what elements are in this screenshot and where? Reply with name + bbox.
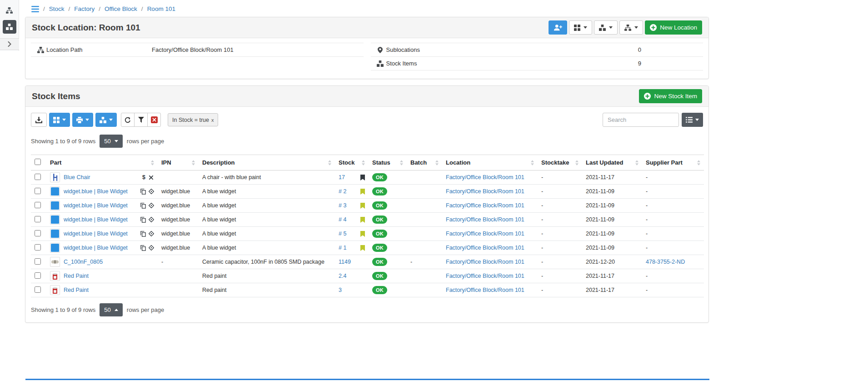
breadcrumb-link-stock[interactable]: Stock	[49, 5, 65, 12]
stock-quantity-link[interactable]: 2.4	[339, 273, 346, 279]
location-link[interactable]: Factory/Office Block/Room 101	[446, 287, 524, 293]
stock-quantity-link[interactable]: # 3	[339, 202, 346, 209]
map-marker-icon	[374, 47, 386, 53]
part-cell-inner: widget.blue | Blue Widget	[50, 229, 154, 239]
filter-button[interactable]	[134, 113, 148, 127]
column-header-ipn[interactable]: IPN	[158, 155, 199, 170]
part-link[interactable]: widget.blue | Blue Widget	[64, 188, 128, 195]
row-select-cell	[31, 255, 46, 269]
stock-quantity-link[interactable]: # 5	[339, 231, 346, 237]
column-header-part[interactable]: Part	[46, 155, 158, 170]
refresh-button[interactable]	[121, 113, 135, 127]
new-stock-item-button[interactable]: New Stock Item	[639, 89, 702, 103]
menu-icon[interactable]	[31, 6, 39, 12]
part-link[interactable]: Red Paint	[64, 287, 89, 293]
column-header-description[interactable]: Description	[199, 155, 335, 170]
row-checkbox[interactable]	[35, 286, 41, 293]
row-checkbox[interactable]	[35, 272, 41, 279]
column-header-last-updated[interactable]: Last Updated	[582, 155, 642, 170]
stock-quantity-link[interactable]: 17	[339, 174, 345, 180]
supplier-part-cell: -	[642, 199, 704, 213]
sidebar-item-part-categories[interactable]	[3, 4, 16, 17]
location-link[interactable]: Factory/Office Block/Room 101	[446, 188, 524, 195]
part-link[interactable]: widget.blue | Blue Widget	[64, 202, 128, 209]
page-size-dropdown[interactable]: 50	[100, 303, 122, 316]
sort-icon[interactable]	[435, 160, 439, 165]
location-link[interactable]: Factory/Office Block/Room 101	[446, 245, 524, 251]
location-link[interactable]: Factory/Office Block/Room 101	[446, 202, 524, 209]
sort-icon[interactable]	[151, 160, 154, 165]
column-header-supplier-part[interactable]: Supplier Part	[642, 155, 704, 170]
location-path-row: Location Path Factory/Office Block/Room …	[31, 43, 364, 57]
row-checkbox[interactable]	[35, 244, 41, 251]
sort-icon[interactable]	[362, 160, 365, 165]
select-all-checkbox[interactable]	[35, 159, 41, 165]
location-link[interactable]: Factory/Office Block/Room 101	[446, 174, 524, 180]
part-icons	[140, 231, 154, 237]
row-checkbox[interactable]	[35, 174, 41, 180]
stock-actions-dropdown[interactable]	[594, 20, 618, 35]
print-actions-button[interactable]	[72, 113, 93, 127]
remove-filters-button[interactable]	[147, 113, 161, 127]
sidebar-expand-button[interactable]	[0, 38, 19, 50]
row-checkbox[interactable]	[35, 216, 41, 222]
column-label: Supplier Part	[646, 159, 683, 166]
columns-dropdown-button[interactable]	[682, 113, 703, 127]
stock-quantity-link[interactable]: # 1	[339, 245, 346, 251]
part-link[interactable]: widget.blue | Blue Widget	[64, 216, 128, 223]
supplier-part-link[interactable]: 478-3755-2-ND	[646, 259, 685, 265]
row-checkbox[interactable]	[35, 202, 41, 208]
column-header-batch[interactable]: Batch	[407, 155, 442, 170]
select-all-cell	[31, 155, 46, 170]
location-actions-dropdown[interactable]	[619, 20, 643, 35]
stock-quantity-link[interactable]: 3	[339, 287, 342, 293]
chevron-right-icon	[8, 41, 11, 47]
new-location-button[interactable]: New Location	[645, 20, 702, 35]
part-link[interactable]: C_100nF_0805	[64, 259, 103, 265]
stock-quantity-link[interactable]: # 2	[339, 188, 346, 195]
row-checkbox[interactable]	[35, 258, 41, 265]
row-checkbox[interactable]	[35, 230, 41, 236]
part-link[interactable]: Blue Chair	[64, 174, 90, 180]
tools-icon	[148, 175, 154, 180]
part-icons	[140, 189, 154, 195]
location-cell: Factory/Office Block/Room 101	[442, 170, 538, 185]
sort-icon[interactable]	[575, 160, 579, 165]
sort-icon[interactable]	[192, 160, 195, 165]
column-header-location[interactable]: Location	[442, 155, 538, 170]
stock-quantity-link[interactable]: 1149	[339, 259, 351, 265]
stock-options-button[interactable]	[95, 113, 117, 127]
stock-items-count-label: Stock Items	[386, 60, 492, 67]
part-link[interactable]: widget.blue | Blue Widget	[64, 231, 128, 237]
sort-icon[interactable]	[697, 160, 700, 165]
export-button[interactable]	[31, 113, 47, 127]
assign-user-button[interactable]	[549, 20, 567, 35]
sort-icon[interactable]	[328, 160, 331, 165]
sort-icon[interactable]	[531, 160, 534, 165]
filter-chip[interactable]: In Stock = true x	[168, 113, 218, 126]
breadcrumb-link-office-block[interactable]: Office Block	[105, 5, 137, 12]
location-link[interactable]: Factory/Office Block/Room 101	[446, 273, 524, 279]
filter-chip-remove[interactable]: x	[211, 117, 214, 123]
page-size-dropdown[interactable]: 50	[100, 135, 122, 148]
breadcrumb-link-factory[interactable]: Factory	[74, 5, 95, 12]
location-link[interactable]: Factory/Office Block/Room 101	[446, 259, 524, 265]
location-link[interactable]: Factory/Office Block/Room 101	[446, 231, 524, 237]
column-header-stock[interactable]: Stock	[335, 155, 369, 170]
breadcrumb-link-room-101[interactable]: Room 101	[147, 5, 175, 12]
description-cell: A blue widget	[199, 241, 335, 255]
sort-icon[interactable]	[635, 160, 639, 165]
sidebar-item-stock-locations[interactable]	[3, 20, 16, 34]
column-header-status[interactable]: Status	[369, 155, 407, 170]
part-link[interactable]: widget.blue | Blue Widget	[64, 245, 128, 251]
stock-quantity-link[interactable]: # 4	[339, 216, 346, 223]
location-link[interactable]: Factory/Office Block/Room 101	[446, 216, 524, 223]
sort-icon[interactable]	[400, 160, 403, 165]
search-input[interactable]	[603, 113, 679, 127]
row-checkbox[interactable]	[35, 188, 41, 194]
stock-cell: 3	[335, 283, 369, 297]
barcode-actions-button[interactable]	[49, 113, 70, 127]
part-link[interactable]: Red Paint	[64, 273, 89, 279]
barcode-actions-dropdown[interactable]	[569, 20, 592, 35]
column-header-stocktake[interactable]: Stocktake	[538, 155, 582, 170]
